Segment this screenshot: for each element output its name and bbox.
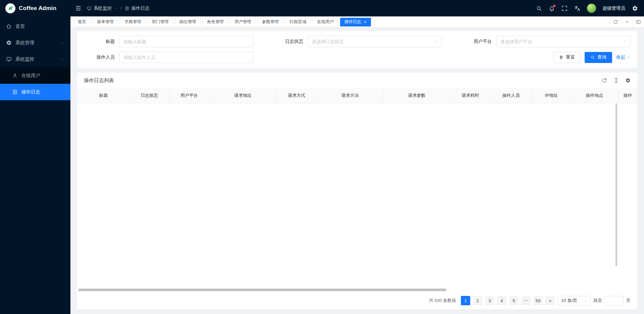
app-logo[interactable]: Coffee Admin — [0, 0, 70, 16]
sidebar-item-label: 系统管理 — [15, 40, 34, 46]
close-icon[interactable]: × — [364, 20, 367, 24]
user-name: 超级管理员 — [603, 5, 626, 11]
document-icon — [125, 6, 129, 11]
tab-item[interactable]: 字典管理 — [120, 18, 146, 26]
log-table-card: 操作日志列表 标题日志状态用户平台请求地址请求方式请求方法请求参数请求耗时操作人… — [77, 73, 637, 309]
jump-page-input[interactable] — [605, 296, 624, 305]
column-header: 操作 — [618, 88, 637, 103]
tab-item[interactable]: 在线用户 — [313, 18, 338, 26]
notification-bell-icon[interactable] — [549, 5, 555, 11]
sidebar-item-system-monitor[interactable]: 系统监控 — [0, 51, 70, 67]
page-button-1[interactable]: 1 — [461, 296, 470, 305]
page-button-53[interactable]: 53 — [533, 296, 543, 305]
gear-icon — [6, 40, 12, 46]
reset-button-label: 重置 — [566, 54, 575, 60]
tab-label: 角色管理 — [207, 19, 224, 25]
scrollbar-thumb[interactable] — [78, 289, 446, 291]
page-size-select[interactable]: 10 条/页 — [557, 296, 591, 305]
filter-actions: 重置 查询 收起 — [553, 52, 631, 63]
translate-icon[interactable] — [574, 5, 580, 11]
page-button-3[interactable]: 3 — [485, 296, 494, 305]
column-header: 请求地址 — [210, 88, 276, 103]
tab-item[interactable]: 菜单管理 — [93, 18, 118, 26]
filter-card: 标题 日志状态 用户平台 — [77, 31, 637, 68]
filter-label: 用户平台 — [461, 39, 492, 45]
search-icon[interactable] — [536, 5, 542, 11]
tab-label: 操作日志 — [344, 19, 361, 25]
breadcrumb-label: 系统监控 — [94, 5, 112, 11]
refresh-icon[interactable] — [610, 16, 621, 27]
pagination-pages: 12345•••53> — [461, 296, 555, 305]
chevron-down-icon — [60, 41, 64, 45]
page-button-5[interactable]: 5 — [509, 296, 519, 305]
chevron-down-icon — [114, 6, 117, 10]
menu-fold-icon[interactable] — [75, 5, 82, 11]
table-zone: 标题日志状态用户平台请求地址请求方式请求方法请求参数请求耗时操作人员IP地址操作… — [77, 88, 637, 104]
breadcrumb-item-operation-log: 操作日志 — [125, 5, 150, 11]
sidebar-item-system-management[interactable]: 系统管理 — [0, 35, 70, 51]
tab-item[interactable]: 行政区域 — [285, 18, 311, 26]
column-height-icon[interactable] — [613, 78, 619, 83]
horizontal-scrollbar[interactable] — [78, 289, 636, 291]
page-size-label: 10 条/页 — [561, 298, 577, 304]
tab-label: 菜单管理 — [97, 19, 114, 25]
operator-input[interactable] — [119, 52, 254, 63]
tab-item[interactable]: 角色管理 — [203, 18, 228, 26]
chevron-up-icon — [60, 57, 64, 61]
sidebar-submenu: 在线用户 操作日志 — [0, 67, 70, 100]
tab-label: 部门管理 — [152, 19, 169, 25]
tab-item[interactable]: 用户管理 — [230, 18, 256, 26]
vertical-scrollbar[interactable] — [615, 104, 617, 266]
chevron-down-icon[interactable] — [621, 16, 633, 27]
sidebar-item-online-users[interactable]: 在线用户 — [0, 67, 70, 84]
breadcrumb-item-monitor[interactable]: 系统监控 — [87, 5, 117, 11]
pagination: 共 530 条数据 12345•••53> 10 条/页 跳至 页 — [77, 291, 637, 309]
sidebar-item-home[interactable]: 首页 — [0, 18, 70, 35]
tab-item[interactable]: 岗位管理 — [175, 18, 201, 26]
column-header: 请求参数 — [383, 88, 450, 103]
settings-gear-icon[interactable] — [632, 5, 638, 11]
refresh-icon[interactable] — [602, 78, 607, 83]
log-status-select[interactable] — [308, 36, 442, 47]
user-platform-select[interactable] — [496, 36, 631, 47]
home-icon — [6, 23, 12, 29]
column-header: 操作人员 — [490, 88, 532, 103]
chevron-down-icon — [583, 299, 587, 303]
fullscreen-icon[interactable] — [561, 5, 568, 11]
column-header: 标题 — [77, 88, 130, 103]
page-button-2[interactable]: 2 — [473, 296, 482, 305]
page-button-4[interactable]: 4 — [497, 296, 506, 305]
sidebar-item-operation-log[interactable]: 操作日志 — [0, 84, 70, 100]
filter-label: 操作人员 — [84, 54, 115, 60]
column-header: 用户平台 — [169, 88, 210, 103]
sidebar-item-label: 在线用户 — [21, 73, 40, 79]
topbar: 系统监控 / 操作日志 超级管理员 — [70, 0, 644, 16]
tab-item[interactable]: 部门管理 — [148, 18, 173, 26]
search-icon — [590, 55, 595, 60]
breadcrumb-separator: / — [120, 6, 122, 11]
page-content: 标题 日志状态 用户平台 — [70, 27, 644, 314]
notification-badge — [553, 5, 555, 7]
monitor-icon — [6, 56, 12, 62]
next-page-button[interactable]: > — [545, 296, 555, 305]
table-settings-gear-icon[interactable] — [625, 78, 631, 83]
column-header: IP地址 — [532, 88, 571, 103]
layout-icon[interactable] — [633, 16, 644, 27]
tab-label: 岗位管理 — [179, 19, 196, 25]
log-table: 标题日志状态用户平台请求地址请求方式请求方法请求参数请求耗时操作人员IP地址操作… — [77, 88, 637, 104]
tab-item[interactable]: 首页 — [73, 18, 91, 26]
tab-label: 用户管理 — [234, 19, 251, 25]
user-icon — [12, 73, 18, 78]
user-avatar[interactable] — [587, 4, 596, 13]
search-button-label: 查询 — [597, 54, 606, 60]
search-button[interactable]: 查询 — [585, 52, 612, 63]
pagination-total: 共 530 条数据 — [429, 298, 456, 304]
reset-button[interactable]: 重置 — [553, 52, 581, 63]
tab-label: 行政区域 — [289, 19, 306, 25]
tab-item[interactable]: 操作日志× — [340, 18, 371, 26]
filter-field-operator: 操作人员 — [84, 52, 254, 63]
tab-item[interactable]: 参数管理 — [258, 18, 283, 26]
collapse-toggle[interactable]: 收起 — [616, 54, 631, 60]
title-input[interactable] — [119, 36, 254, 47]
filter-field-log-status: 日志状态 — [272, 36, 442, 47]
